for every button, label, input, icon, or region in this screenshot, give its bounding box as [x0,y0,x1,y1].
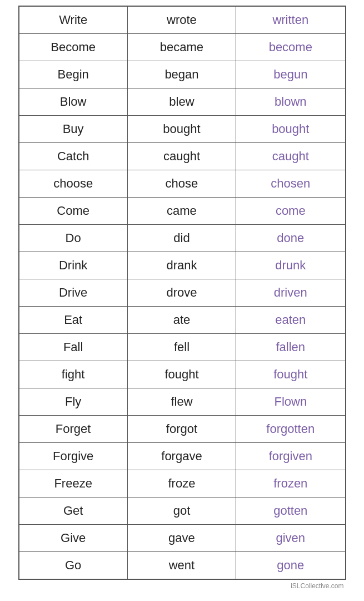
past-participle-cell: caught [236,143,345,170]
past-simple-cell: fell [128,334,236,361]
base-form-cell: Give [19,525,128,551]
past-simple-cell: drove [128,279,236,306]
past-participle-cell: forgiven [236,443,345,470]
past-simple-cell: began [128,61,236,88]
past-participle-cell: written [236,7,345,33]
past-simple-cell: did [128,225,236,252]
base-form-cell: Buy [19,116,128,142]
base-form-cell: fight [19,361,128,388]
base-form-cell: Blow [19,88,128,115]
past-simple-cell: froze [128,470,236,497]
base-form-cell: Forgive [19,443,128,470]
table-row: Drivedrovedriven [19,279,345,307]
past-participle-cell: done [236,225,345,252]
past-participle-cell: fallen [236,334,345,361]
past-participle-cell: become [236,34,345,61]
irregular-verbs-table: WritewrotewrittenBecomebecamebecomeBegin… [18,6,346,580]
table-row: Eatateeaten [19,307,345,334]
base-form-cell: Freeze [19,470,128,497]
base-form-cell: Fly [19,388,128,415]
table-row: Fallfellfallen [19,334,345,361]
past-participle-cell: blown [236,88,345,115]
past-participle-cell: driven [236,279,345,306]
past-participle-cell: gotten [236,497,345,524]
past-simple-cell: ate [128,307,236,333]
table-row: Beginbeganbegun [19,61,345,88]
past-simple-cell: blew [128,88,236,115]
table-row: Forgiveforgaveforgiven [19,443,345,470]
past-participle-cell: begun [236,61,345,88]
base-form-cell: Catch [19,143,128,170]
past-simple-cell: gave [128,525,236,551]
past-simple-cell: drank [128,252,236,279]
past-simple-cell: went [128,552,236,579]
table-row: Dodiddone [19,225,345,252]
past-simple-cell: came [128,198,236,224]
table-row: choosechosechosen [19,170,345,198]
table-row: fightfoughtfought [19,361,345,388]
past-simple-cell: caught [128,143,236,170]
past-simple-cell: became [128,34,236,61]
watermark: iSLCollective.com [18,582,346,590]
past-simple-cell: chose [128,170,236,197]
base-form-cell: Begin [19,61,128,88]
past-participle-cell: given [236,525,345,551]
base-form-cell: Drink [19,252,128,279]
base-form-cell: Go [19,552,128,579]
base-form-cell: Forget [19,416,128,442]
base-form-cell: Write [19,7,128,33]
past-participle-cell: drunk [236,252,345,279]
table-row: Gowentgone [19,552,345,579]
past-participle-cell: gone [236,552,345,579]
table-row: Becomebecamebecome [19,34,345,61]
past-participle-cell: come [236,198,345,224]
past-simple-cell: fought [128,361,236,388]
base-form-cell: Fall [19,334,128,361]
past-participle-cell: frozen [236,470,345,497]
table-row: Writewrotewritten [19,7,345,34]
past-participle-cell: bought [236,116,345,142]
table-row: Buyboughtbought [19,116,345,143]
table-row: Getgotgotten [19,497,345,525]
base-form-cell: Do [19,225,128,252]
past-participle-cell: Flown [236,388,345,415]
base-form-cell: Eat [19,307,128,333]
base-form-cell: Get [19,497,128,524]
past-simple-cell: bought [128,116,236,142]
past-simple-cell: got [128,497,236,524]
table-row: Comecamecome [19,198,345,225]
table-row: Blowblewblown [19,88,345,116]
table-row: Catchcaughtcaught [19,143,345,170]
past-simple-cell: wrote [128,7,236,33]
base-form-cell: choose [19,170,128,197]
past-participle-cell: fought [236,361,345,388]
past-participle-cell: chosen [236,170,345,197]
past-participle-cell: forgotten [236,416,345,442]
past-simple-cell: forgave [128,443,236,470]
base-form-cell: Become [19,34,128,61]
table-row: FlyflewFlown [19,388,345,416]
table-row: Givegavegiven [19,525,345,552]
past-simple-cell: forgot [128,416,236,442]
table-row: Forgetforgotforgotten [19,416,345,443]
past-participle-cell: eaten [236,307,345,333]
past-simple-cell: flew [128,388,236,415]
table-row: Freezefrozefrozen [19,470,345,497]
base-form-cell: Come [19,198,128,224]
base-form-cell: Drive [19,279,128,306]
table-row: Drinkdrankdrunk [19,252,345,279]
